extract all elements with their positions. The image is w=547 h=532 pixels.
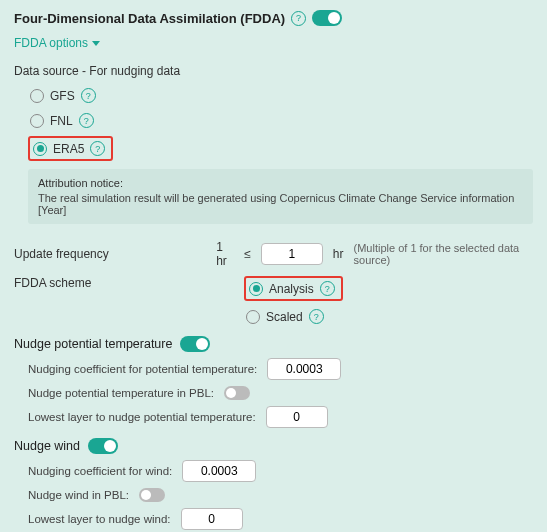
nudge-wind-layer-label: Lowest layer to nudge wind: xyxy=(28,513,171,525)
nudge-wind-pbl-toggle[interactable] xyxy=(139,488,165,502)
scheme-option-analysis[interactable]: Analysis ? xyxy=(247,279,337,298)
nudge-wind-title: Nudge wind xyxy=(14,439,80,453)
nudge-temp-layer-input[interactable] xyxy=(266,406,328,428)
nudge-wind-coef-input[interactable] xyxy=(182,460,256,482)
nudge-temp-coef-label: Nudging coefficient for potential temper… xyxy=(28,363,257,375)
freq-prefix: 1 hr xyxy=(216,240,234,268)
nudge-temp-pbl-label: Nudge potential temperature in PBL: xyxy=(28,387,214,399)
fdda-options-label: FDDA options xyxy=(14,36,88,50)
fdda-title: Four-Dimensional Data Assimilation (FDDA… xyxy=(14,11,285,26)
nudge-wind-pbl-label: Nudge wind in PBL: xyxy=(28,489,129,501)
update-frequency-label: Update frequency xyxy=(14,247,206,261)
data-source-label: Data source - For nudging data xyxy=(14,64,533,78)
nudge-temp-toggle[interactable] xyxy=(180,336,210,352)
scheme-option-scaled[interactable]: Scaled ? xyxy=(244,307,343,326)
caret-down-icon xyxy=(92,41,100,46)
freq-hint: (Multiple of 1 for the selected data sou… xyxy=(354,242,533,266)
update-frequency-input[interactable] xyxy=(261,243,323,265)
nudge-wind-layer-input[interactable] xyxy=(181,508,243,530)
freq-unit: hr xyxy=(333,247,344,261)
nudge-temp-title: Nudge potential temperature xyxy=(14,337,172,351)
data-source-radio-group: GFS ? FNL ? ERA5 ? xyxy=(14,86,533,161)
option-label: FNL xyxy=(50,114,73,128)
nudge-wind-section: Nudge wind Nudging coefficient for wind:… xyxy=(14,438,533,530)
help-icon[interactable]: ? xyxy=(90,141,105,156)
option-label: Scaled xyxy=(266,310,303,324)
help-icon[interactable]: ? xyxy=(79,113,94,128)
nudge-wind-toggle[interactable] xyxy=(88,438,118,454)
help-icon[interactable]: ? xyxy=(81,88,96,103)
data-source-option-gfs[interactable]: GFS ? xyxy=(28,86,533,105)
fdda-scheme-label: FDDA scheme xyxy=(14,276,234,290)
help-icon[interactable]: ? xyxy=(291,11,306,26)
highlighted-option: Analysis ? xyxy=(244,276,343,301)
option-label: ERA5 xyxy=(53,142,84,156)
nudge-wind-coef-label: Nudging coefficient for wind: xyxy=(28,465,172,477)
notice-body: The real simulation result will be gener… xyxy=(38,192,523,216)
update-frequency-row: Update frequency 1 hr ≤ hr (Multiple of … xyxy=(14,240,533,268)
fdda-header: Four-Dimensional Data Assimilation (FDDA… xyxy=(14,10,533,26)
data-source-option-era5[interactable]: ERA5 ? xyxy=(31,139,107,158)
option-label: GFS xyxy=(50,89,75,103)
highlighted-option: ERA5 ? xyxy=(28,136,113,161)
help-icon[interactable]: ? xyxy=(309,309,324,324)
nudge-temp-pbl-toggle[interactable] xyxy=(224,386,250,400)
radio-icon[interactable] xyxy=(246,310,260,324)
radio-icon[interactable] xyxy=(249,282,263,296)
fdda-scheme-row: FDDA scheme Analysis ? Scaled ? xyxy=(14,276,533,326)
nudge-temp-coef-input[interactable] xyxy=(267,358,341,380)
fdda-scheme-radio-group: Analysis ? Scaled ? xyxy=(244,276,343,326)
nudge-temp-layer-label: Lowest layer to nudge potential temperat… xyxy=(28,411,256,423)
fdda-toggle[interactable] xyxy=(312,10,342,26)
nudge-temp-section: Nudge potential temperature Nudging coef… xyxy=(14,336,533,428)
notice-title: Attribution notice: xyxy=(38,177,523,189)
option-label: Analysis xyxy=(269,282,314,296)
radio-icon[interactable] xyxy=(30,89,44,103)
radio-icon[interactable] xyxy=(30,114,44,128)
help-icon[interactable]: ? xyxy=(320,281,335,296)
freq-op: ≤ xyxy=(244,247,251,261)
fdda-options-dropdown[interactable]: FDDA options xyxy=(14,36,100,50)
attribution-notice: Attribution notice: The real simulation … xyxy=(28,169,533,224)
data-source-option-fnl[interactable]: FNL ? xyxy=(28,111,533,130)
radio-icon[interactable] xyxy=(33,142,47,156)
